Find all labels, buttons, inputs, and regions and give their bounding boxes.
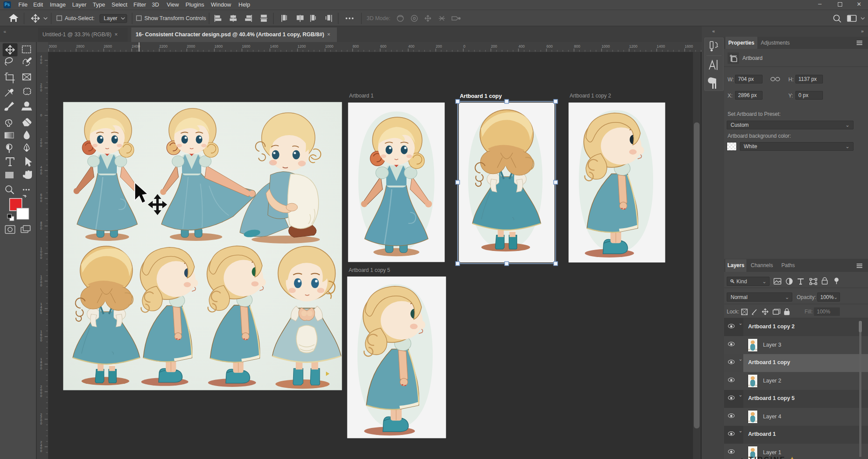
svg-text:800: 800	[574, 44, 580, 49]
svg-text:0: 0	[40, 256, 42, 260]
svg-text:Show Transform Controls: Show Transform Controls	[144, 15, 206, 21]
svg-text:3000: 3000	[49, 44, 57, 49]
svg-text:Artboard 1 copy 5: Artboard 1 copy 5	[349, 267, 390, 273]
svg-text:0: 0	[40, 171, 42, 175]
svg-text:1800: 1800	[214, 44, 223, 49]
svg-text:0: 0	[463, 44, 466, 49]
svg-text:0: 0	[40, 366, 42, 370]
svg-text:2600: 2600	[104, 44, 112, 49]
svg-text:Artboard 1: Artboard 1	[349, 93, 374, 99]
svg-text:800: 800	[353, 44, 359, 49]
svg-text:1000: 1000	[325, 44, 333, 49]
svg-text:1000: 1000	[602, 44, 610, 49]
svg-text:0: 0	[40, 199, 42, 203]
svg-text:200: 200	[436, 44, 442, 49]
svg-text:0: 0	[40, 421, 42, 425]
svg-text:Auto-Select:: Auto-Select:	[65, 15, 94, 21]
svg-text:2000: 2000	[187, 44, 195, 49]
svg-text:600: 600	[546, 44, 553, 49]
svg-text:0: 0	[40, 88, 42, 92]
svg-text:0: 0	[40, 283, 42, 287]
svg-text:600: 600	[380, 44, 386, 49]
svg-text:1400: 1400	[270, 44, 278, 49]
svg-text:0: 0	[40, 113, 42, 117]
svg-text:0: 0	[40, 449, 42, 453]
svg-text:0: 0	[40, 338, 42, 342]
svg-text:1400: 1400	[657, 44, 665, 49]
svg-text:1200: 1200	[298, 44, 306, 49]
svg-text:2800: 2800	[76, 44, 84, 49]
svg-text:400: 400	[408, 44, 414, 49]
svg-text:0: 0	[40, 226, 42, 230]
svg-text:Artboard 1 copy: Artboard 1 copy	[460, 93, 502, 99]
svg-text:0: 0	[40, 311, 42, 315]
svg-text:0: 0	[40, 394, 42, 398]
svg-text:1600: 1600	[242, 44, 250, 49]
svg-text:200: 200	[491, 44, 497, 49]
svg-text:1200: 1200	[629, 44, 637, 49]
svg-text:3D Mode:: 3D Mode:	[367, 15, 390, 21]
svg-text:Artboard 1 copy 2: Artboard 1 copy 2	[570, 93, 611, 99]
svg-text:400: 400	[518, 44, 525, 49]
svg-text:Layer: Layer	[104, 15, 117, 21]
svg-text:0: 0	[40, 144, 42, 148]
svg-text:0: 0	[40, 61, 42, 65]
svg-text:1600: 1600	[685, 44, 693, 49]
svg-text:2200: 2200	[159, 44, 168, 49]
